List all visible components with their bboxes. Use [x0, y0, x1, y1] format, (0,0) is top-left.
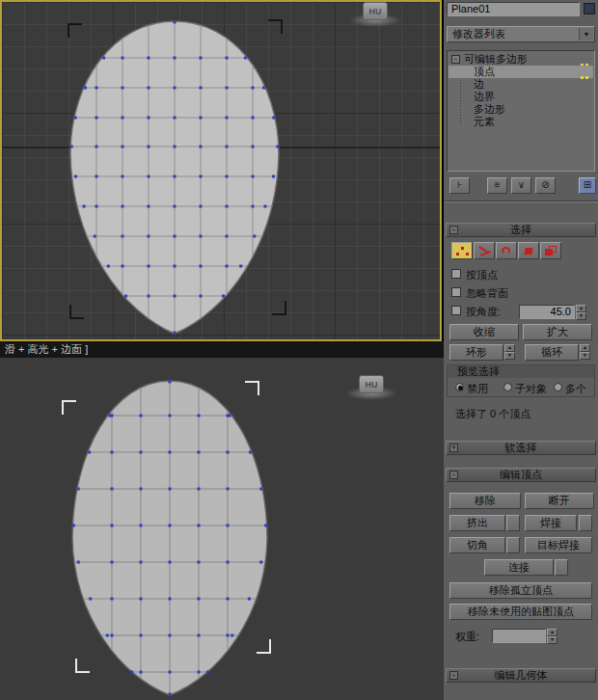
modifier-list-dropdown[interactable]: 修改器列表 ▼: [447, 26, 595, 42]
object-name-field[interactable]: Plane01: [447, 2, 580, 16]
grow-button[interactable]: 扩大: [523, 324, 592, 340]
rollout-edit-geometry[interactable]: - 编辑几何体: [446, 668, 596, 683]
configure-modifier-sets-button[interactable]: ⊞: [579, 177, 596, 194]
rollout-title: 编辑几何体: [447, 669, 595, 682]
viewport-top[interactable]: HU: [0, 0, 442, 341]
vertex-icon: [466, 253, 469, 256]
spinner-down-icon[interactable]: ▼: [504, 352, 515, 360]
spinner-up-icon[interactable]: ▲: [580, 344, 590, 352]
pin-stack-button[interactable]: ⊦: [449, 177, 470, 194]
stack-row-polygon[interactable]: 多边形: [448, 103, 593, 116]
stack-row-label: 顶点: [474, 66, 495, 77]
element-mode-button[interactable]: [540, 242, 561, 259]
stack-row-border[interactable]: 边界: [448, 91, 593, 103]
remove-button[interactable]: 移除: [449, 493, 521, 509]
break-button[interactable]: 断开: [525, 493, 594, 509]
spinner-up-icon[interactable]: ▲: [547, 629, 557, 636]
vertex-mode-button[interactable]: [451, 242, 473, 259]
weight-value-field[interactable]: [492, 629, 546, 643]
collapse-icon: -: [449, 671, 458, 680]
stack-row-element[interactable]: 元素: [448, 116, 593, 128]
by-angle-checkbox[interactable]: [451, 306, 461, 315]
weld-settings-button[interactable]: [579, 515, 592, 531]
ring-button[interactable]: 环形: [449, 344, 503, 361]
spinner-down-icon[interactable]: ▼: [580, 352, 590, 360]
stack-row-label: 边界: [474, 91, 495, 102]
rollout-title: 选择: [447, 224, 595, 236]
preview-disable-label: 禁用: [467, 383, 488, 395]
preview-selection-group: 预览选择 禁用 子对象 多个: [447, 364, 595, 397]
spinner-up-icon[interactable]: ▲: [504, 344, 515, 352]
ignore-backfacing-checkbox[interactable]: [451, 287, 461, 297]
chamfer-settings-button[interactable]: [506, 537, 520, 553]
watermark-logo: HU: [359, 375, 411, 408]
extrude-button[interactable]: 挤出: [449, 515, 505, 531]
element-icon: [545, 249, 553, 256]
edge-mode-button[interactable]: [474, 242, 495, 259]
object-color-swatch[interactable]: [584, 3, 595, 14]
vertex-icon: [456, 253, 459, 256]
rollout-title: 编辑顶点: [447, 469, 595, 481]
selection-bracket: [62, 400, 76, 415]
stack-row-label: 边: [474, 78, 484, 90]
stack-row-label: 可编辑多边形: [464, 53, 528, 65]
selection-bracket: [272, 301, 286, 315]
watermark-text: HU: [363, 2, 388, 20]
remove-unused-map-verts-button[interactable]: 移除未使用的贴图顶点: [449, 604, 592, 620]
chamfer-button[interactable]: 切角: [449, 537, 505, 553]
weight-label: 权重:: [455, 631, 479, 643]
ignore-backfacing-label: 忽略背面: [466, 287, 508, 300]
show-end-result-button[interactable]: ≡: [487, 177, 507, 194]
connect-settings-button[interactable]: [555, 559, 568, 576]
rollout-edit-vertices[interactable]: - 编辑顶点: [446, 468, 596, 482]
viewport-bottom[interactable]: HU: [0, 358, 444, 700]
by-vertex-checkbox[interactable]: [451, 269, 461, 279]
command-panel: Plane01 修改器列表 ▼ - 可编辑多边形 顶点 边 边界: [444, 0, 598, 700]
app-window: HU 滑 + 高光 + 边面 ] HU Plane01 修改器列表 ▼ -: [0, 0, 598, 700]
preview-disable-radio[interactable]: [455, 383, 464, 391]
stack-row-editable-poly[interactable]: - 可编辑多边形: [448, 53, 593, 66]
spinner-up-icon[interactable]: ▲: [576, 305, 586, 312]
ring-spinner[interactable]: ▲ ▼: [504, 344, 515, 360]
preview-subobject-label: 子对象: [515, 383, 547, 395]
stack-row-edge[interactable]: 边: [448, 78, 593, 91]
target-weld-button[interactable]: 目标焊接: [525, 537, 592, 553]
spinner-down-icon[interactable]: ▼: [547, 636, 557, 644]
watermark-logo: HU: [363, 2, 415, 35]
stack-row-label: 多边形: [474, 103, 505, 115]
by-vertex-label: 按顶点: [466, 269, 498, 282]
viewport-shading-label[interactable]: 滑 + 高光 + 边面 ]: [0, 341, 444, 358]
loop-spinner[interactable]: ▲ ▼: [580, 344, 590, 360]
panel-separator: [444, 201, 598, 202]
weld-button[interactable]: 焊接: [525, 515, 577, 531]
rollout-soft-selection[interactable]: + 软选择: [446, 441, 596, 455]
selection-bracket: [75, 659, 90, 673]
collapse-icon: -: [449, 226, 458, 234]
remove-modifier-button[interactable]: ⊘: [535, 177, 556, 194]
collapse-icon[interactable]: -: [451, 55, 460, 64]
preview-multiple-label: 多个: [565, 383, 586, 395]
stack-row-vertex[interactable]: 顶点: [448, 66, 593, 78]
preview-multiple-radio[interactable]: [554, 383, 562, 391]
angle-value-field[interactable]: 45.0: [519, 305, 575, 319]
edge-icon: [480, 251, 491, 256]
selection-bracket: [245, 381, 259, 395]
angle-spinner[interactable]: ▲ ▼: [576, 305, 586, 320]
preview-subobject-radio[interactable]: [503, 383, 512, 391]
stack-row-label: 元素: [474, 116, 495, 127]
mesh-wireframe-top: [2, 2, 440, 339]
border-icon: [502, 247, 510, 255]
rollout-selection[interactable]: - 选择: [446, 223, 596, 237]
weight-spinner[interactable]: ▲ ▼: [547, 629, 557, 644]
connect-button[interactable]: 连接: [484, 559, 554, 576]
shrink-button[interactable]: 收缩: [449, 324, 519, 340]
loop-button[interactable]: 循环: [525, 344, 579, 361]
border-mode-button[interactable]: [496, 242, 517, 259]
make-unique-button[interactable]: ∨: [511, 177, 531, 194]
polygon-mode-button[interactable]: [518, 242, 539, 259]
spinner-down-icon[interactable]: ▼: [576, 312, 586, 320]
extrude-settings-button[interactable]: [506, 515, 520, 531]
viewport-area: HU 滑 + 高光 + 边面 ] HU: [0, 0, 444, 700]
by-angle-label: 按角度:: [466, 306, 501, 318]
remove-isolated-vertices-button[interactable]: 移除孤立顶点: [449, 582, 592, 599]
